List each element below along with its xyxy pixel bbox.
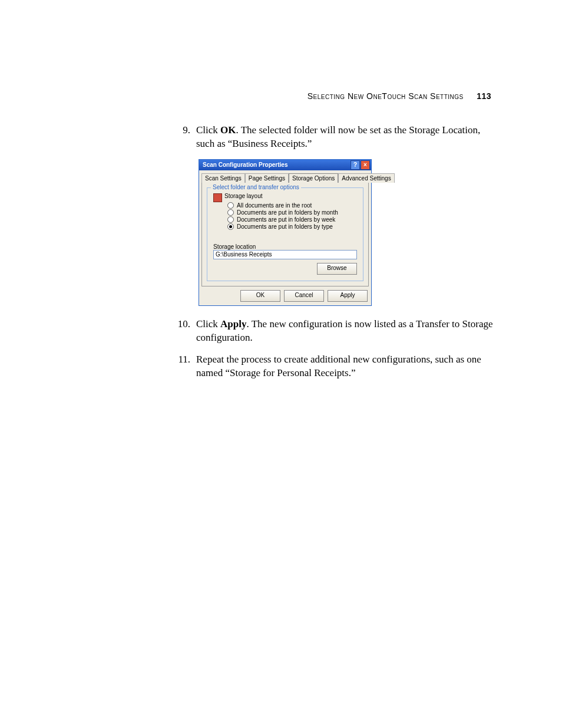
tab-panel: Select folder and transfer options Stora… [201, 182, 369, 286]
radio-label: Documents are put in folders by type [237, 223, 333, 230]
step-number: 9. [174, 124, 190, 151]
section-title: Selecting New OneTouch Scan Settings [308, 91, 464, 101]
dialog-footer: OK Cancel Apply [199, 290, 371, 305]
radio-label: Documents are put in folders by week [237, 216, 335, 223]
radio-root[interactable]: All documents are in the root [227, 202, 357, 209]
tab-page-settings[interactable]: Page Settings [245, 173, 289, 183]
step-number: 10. [174, 318, 190, 345]
close-button[interactable]: × [361, 160, 370, 170]
step-text: Click Apply. The new configuration is no… [196, 318, 495, 345]
radio-icon [227, 202, 234, 209]
group-title: Select folder and transfer options [211, 184, 301, 190]
step-number: 11. [174, 353, 190, 380]
storage-layout-label: Storage layout [224, 193, 263, 199]
page-number: 113 [477, 91, 491, 101]
help-button[interactable]: ? [351, 160, 360, 170]
storage-location-label: Storage location [213, 243, 357, 250]
tab-scan-settings[interactable]: Scan Settings [201, 173, 245, 183]
radio-icon [227, 223, 234, 230]
dialog-title: Scan Configuration Properties [203, 162, 287, 168]
step-text: Click OK. The selected folder will now b… [196, 124, 495, 151]
apply-button[interactable]: Apply [328, 290, 368, 302]
page-header: Selecting New OneTouch Scan Settings 113 [308, 91, 491, 101]
cancel-button[interactable]: Cancel [284, 290, 324, 302]
storage-location-input[interactable] [213, 250, 357, 259]
radio-icon [227, 209, 234, 216]
tab-storage-options[interactable]: Storage Options [289, 173, 338, 183]
scan-config-dialog: Scan Configuration Properties ? × Scan S… [199, 159, 372, 306]
radio-label: Documents are put in folders by month [237, 209, 338, 216]
radio-by-month[interactable]: Documents are put in folders by month [227, 209, 357, 216]
browse-button[interactable]: Browse [317, 263, 357, 275]
ok-button[interactable]: OK [240, 290, 280, 302]
tab-advanced-settings[interactable]: Advanced Settings [338, 173, 394, 183]
radio-icon [227, 216, 234, 223]
step-11: 11. Repeat the process to create additio… [174, 353, 495, 380]
radio-by-type[interactable]: Documents are put in folders by type [227, 223, 357, 230]
tab-bar: Scan Settings Page Settings Storage Opti… [199, 170, 371, 182]
dialog-titlebar: Scan Configuration Properties ? × [199, 160, 371, 170]
radio-by-week[interactable]: Documents are put in folders by week [227, 216, 357, 223]
step-10: 10. Click Apply. The new configuration i… [174, 318, 495, 345]
folder-transfer-group: Select folder and transfer options Stora… [207, 187, 363, 281]
step-text: Repeat the process to create additional … [196, 353, 495, 380]
storage-layout-icon [213, 193, 222, 202]
step-9: 9. Click OK. The selected folder will no… [174, 124, 495, 151]
radio-label: All documents are in the root [237, 202, 312, 209]
